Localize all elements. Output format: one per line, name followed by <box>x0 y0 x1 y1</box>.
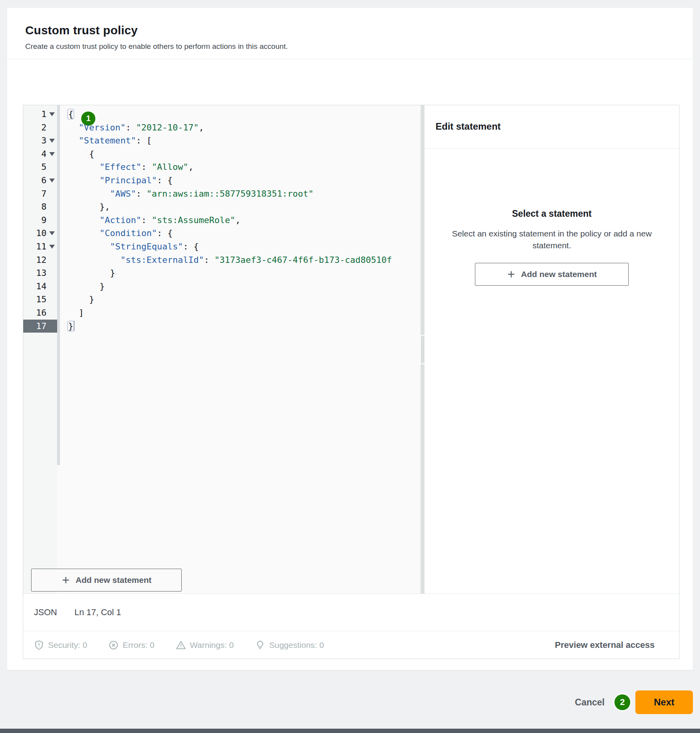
cancel-button[interactable]: Cancel <box>575 697 605 708</box>
code-line[interactable]: } <box>68 266 421 280</box>
errors-toggle[interactable]: Errors: 0 <box>108 640 155 650</box>
warning-triangle-icon <box>176 640 186 650</box>
fold-toggle[interactable] <box>47 245 57 249</box>
gutter-row: 17 <box>23 320 57 333</box>
fold-arrow-icon <box>49 112 55 116</box>
fold-arrow-icon <box>49 245 55 249</box>
code-line[interactable]: } <box>68 320 421 333</box>
warnings-toggle[interactable]: Warnings: 0 <box>176 640 234 650</box>
shield-alert-icon <box>34 640 44 650</box>
code-line[interactable]: "Effect": "Allow", <box>68 160 421 174</box>
line-number: 9 <box>41 214 47 227</box>
security-count-label: Security: 0 <box>48 640 87 650</box>
fold-toggle[interactable] <box>47 152 57 156</box>
fold-arrow-icon <box>49 139 55 143</box>
errors-count-label: Errors: 0 <box>123 640 155 650</box>
edit-statement-panel: Edit statement Select a statement Select… <box>424 105 679 593</box>
line-number: 7 <box>41 187 47 201</box>
json-policy-editor[interactable]: 1234567891011121314151617 {1 "Version": … <box>23 105 421 593</box>
code-line[interactable]: ] <box>68 306 421 320</box>
editor-language-label: JSON <box>34 607 57 618</box>
code-line[interactable]: "Statement": [ <box>68 134 421 147</box>
gutter-row: 12 <box>23 253 57 267</box>
plus-icon <box>507 270 516 279</box>
code-line[interactable]: } <box>68 293 421 306</box>
security-findings-toggle[interactable]: Security: 0 <box>34 640 87 650</box>
code-line[interactable]: } <box>68 280 421 293</box>
code-line[interactable]: "StringEquals": { <box>68 240 421 253</box>
lightbulb-icon <box>255 640 265 650</box>
line-number: 8 <box>41 200 47 214</box>
code-line[interactable]: "Action": "sts:AssumeRole", <box>68 214 421 227</box>
code-line[interactable]: }, <box>68 200 421 214</box>
suggestions-toggle[interactable]: Suggestions: 0 <box>255 640 324 650</box>
code-line[interactable]: "Version": "2012-10-17", <box>68 121 421 134</box>
line-number: 4 <box>41 147 47 161</box>
code-line[interactable]: "sts:ExternalId": "3173aef3-c467-4f6f-b1… <box>68 253 421 267</box>
preview-external-access-link[interactable]: Preview external access <box>555 640 655 650</box>
gutter-divider <box>57 105 60 465</box>
gutter-row: 11 <box>23 240 57 253</box>
line-number: 2 <box>41 121 47 134</box>
fold-toggle[interactable] <box>47 112 57 116</box>
code-line[interactable]: {1 <box>68 108 421 121</box>
line-number: 16 <box>36 306 47 320</box>
next-button[interactable]: Next <box>635 690 693 714</box>
add-new-statement-button-editor[interactable]: Add new statement <box>31 569 182 592</box>
custom-trust-policy-card: Custom trust policy Create a custom trus… <box>7 8 693 670</box>
policy-editor-container: 1234567891011121314151617 {1 "Version": … <box>23 105 680 659</box>
edit-statement-title: Edit statement <box>436 121 668 132</box>
gutter-row: 9 <box>23 214 57 227</box>
validation-bar: Security: 0 Errors: 0 Warnings: 0 <box>23 631 679 659</box>
splitter-grip[interactable] <box>421 335 424 365</box>
card-header: Custom trust policy Create a custom trus… <box>7 8 693 59</box>
gutter-row: 6 <box>23 174 57 187</box>
fold-arrow-icon <box>49 152 55 156</box>
code-area[interactable]: {1 "Version": "2012-10-17", "Statement":… <box>60 105 421 593</box>
gutter-row: 8 <box>23 200 57 214</box>
line-number: 13 <box>36 266 47 280</box>
editor-split-area: 1234567891011121314151617 {1 "Version": … <box>23 105 679 593</box>
select-statement-title: Select a statement <box>432 208 671 219</box>
gutter-row: 2 <box>23 121 57 134</box>
add-new-statement-label: Add new statement <box>521 270 597 279</box>
gutter-row: 7 <box>23 187 57 201</box>
card-body: 1234567891011121314151617 {1 "Version": … <box>7 59 693 659</box>
code-line[interactable]: "Principal": { <box>68 174 421 187</box>
gutter-row: 16 <box>23 306 57 320</box>
line-number: 1 <box>41 108 47 121</box>
code-line[interactable]: "AWS": "arn:aws:iam::587759318351:root" <box>68 187 421 201</box>
line-number: 12 <box>36 253 47 267</box>
gutter-row: 1 <box>23 108 57 121</box>
editor-status-row: JSON Ln 17, Col 1 <box>23 593 679 631</box>
suggestions-count-label: Suggestions: 0 <box>269 640 324 650</box>
gutter-row: 3 <box>23 134 57 147</box>
code-line[interactable]: "Condition": { <box>68 227 421 240</box>
panel-splitter[interactable] <box>421 105 424 593</box>
fold-toggle[interactable] <box>47 231 57 235</box>
fold-toggle[interactable] <box>47 139 57 143</box>
gutter-row: 4 <box>23 147 57 161</box>
code-line[interactable]: { <box>68 147 421 161</box>
edit-statement-header: Edit statement <box>424 105 679 149</box>
add-new-statement-label: Add new statement <box>76 575 152 585</box>
error-circle-icon <box>108 640 119 650</box>
gutter-row: 5 <box>23 160 57 174</box>
line-number: 17 <box>36 320 47 333</box>
fold-arrow-icon <box>49 231 55 235</box>
step-2-badge: 2 <box>614 694 630 710</box>
gutter-row: 13 <box>23 266 57 280</box>
gutter-row: 15 <box>23 293 57 306</box>
plus-icon <box>61 576 70 584</box>
fold-toggle[interactable] <box>47 179 57 182</box>
add-new-statement-button-panel[interactable]: Add new statement <box>475 263 629 286</box>
fold-arrow-icon <box>49 179 55 182</box>
line-number: 15 <box>36 293 47 306</box>
gutter-row: 10 <box>23 227 57 240</box>
page-description: Create a custom trust policy to enable o… <box>25 42 675 51</box>
page-title: Custom trust policy <box>25 24 675 37</box>
select-statement-description: Select an existing statement in the poli… <box>436 228 668 252</box>
line-number: 10 <box>36 227 47 240</box>
line-number: 14 <box>36 280 47 293</box>
line-number: 11 <box>36 240 47 253</box>
